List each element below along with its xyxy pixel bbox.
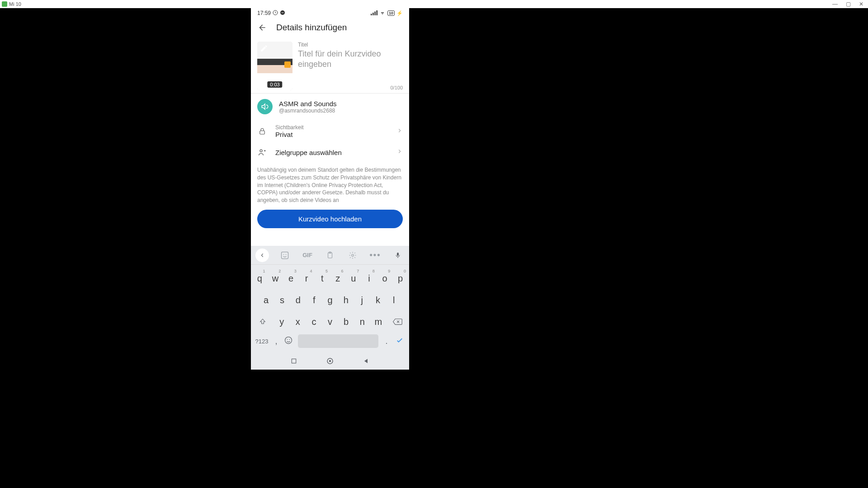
visibility-label: Sichtbarkeit — [275, 124, 388, 131]
signal-icon — [371, 10, 377, 17]
key-z[interactable]: z6 — [330, 268, 345, 288]
audience-icon — [257, 147, 267, 157]
key-f[interactable]: f — [307, 290, 321, 310]
video-thumbnail[interactable]: 0:03 — [257, 42, 292, 90]
key-a[interactable]: a — [259, 290, 274, 310]
kb-more-icon[interactable]: ••• — [368, 249, 382, 262]
android-nav-bar — [251, 352, 409, 370]
key-m[interactable]: m — [371, 312, 386, 332]
period-key[interactable]: . — [381, 337, 392, 346]
audience-label: Zielgruppe auswählen — [275, 149, 388, 156]
key-n[interactable]: n — [354, 312, 370, 332]
title-field-label: Titel — [298, 42, 403, 48]
keyboard: GIF ••• q1w2e3r4t5z6u7i8o9p0 asdfghjkl y… — [251, 246, 409, 352]
wifi-icon — [379, 10, 386, 17]
key-t[interactable]: t5 — [315, 268, 330, 288]
status-time: 17:59 — [257, 10, 271, 16]
kb-gif-button[interactable]: GIF — [301, 249, 314, 262]
key-o[interactable]: o9 — [377, 268, 392, 288]
enter-key[interactable] — [392, 336, 407, 346]
key-x[interactable]: x — [290, 312, 306, 332]
key-q[interactable]: q1 — [252, 268, 267, 288]
key-l[interactable]: l — [387, 290, 401, 310]
chevron-right-icon — [396, 148, 403, 156]
svg-point-10 — [283, 254, 284, 255]
close-button[interactable]: ✕ — [859, 1, 863, 7]
key-j[interactable]: j — [354, 290, 369, 310]
channel-handle: @asmrandsounds2688 — [279, 108, 337, 114]
svg-rect-19 — [292, 359, 296, 363]
status-dnd-icon — [280, 10, 285, 17]
kb-settings-icon[interactable] — [346, 249, 359, 262]
channel-name: ASMR and Sounds — [279, 100, 337, 108]
svg-point-11 — [286, 254, 287, 255]
kb-mic-icon[interactable] — [391, 249, 405, 262]
svg-rect-2 — [282, 12, 284, 13]
title-section: 0:03 Titel Titel für dein Kurzvideo eing… — [251, 37, 409, 94]
battery-icon: 10 — [387, 10, 395, 16]
key-u[interactable]: u7 — [346, 268, 361, 288]
window-titlebar: Mi 10 — ▢ ✕ — [0, 0, 868, 8]
thumbnail-tag-icon — [284, 61, 291, 68]
key-s[interactable]: s — [274, 290, 289, 310]
minimize-button[interactable]: — — [832, 1, 838, 7]
visibility-row[interactable]: Sichtbarkeit Privat — [251, 120, 409, 143]
status-sync-icon — [273, 10, 278, 17]
maximize-button[interactable]: ▢ — [846, 1, 851, 7]
key-p[interactable]: p0 — [393, 268, 408, 288]
svg-point-14 — [352, 254, 354, 256]
key-h[interactable]: h — [339, 290, 354, 310]
audience-row[interactable]: Zielgruppe auswählen — [251, 143, 409, 162]
nav-home-button[interactable] — [326, 357, 335, 366]
key-g[interactable]: g — [322, 290, 337, 310]
emoji-key[interactable] — [282, 336, 295, 347]
svg-rect-4 — [373, 13, 374, 15]
key-d[interactable]: d — [291, 290, 306, 310]
keyboard-row-1: q1w2e3r4t5z6u7i8o9p0 — [252, 267, 408, 289]
kb-back-icon[interactable] — [255, 249, 269, 262]
svg-point-18 — [289, 339, 290, 340]
channel-avatar — [257, 99, 273, 114]
svg-rect-7 — [260, 131, 265, 134]
title-input[interactable]: Titel für dein Kurzvideo eingeben — [298, 49, 403, 83]
key-y[interactable]: y — [274, 312, 289, 332]
key-w[interactable]: w2 — [268, 268, 283, 288]
keyboard-row-3: yxcvbnm — [252, 311, 408, 333]
edit-thumbnail-icon[interactable] — [260, 44, 268, 52]
key-b[interactable]: b — [339, 312, 354, 332]
svg-point-8 — [260, 150, 262, 152]
nav-back-button[interactable] — [362, 357, 371, 366]
upload-button[interactable]: Kurzvideo hochladen — [257, 210, 403, 228]
key-v[interactable]: v — [322, 312, 338, 332]
page-title: Details hinzufügen — [276, 23, 347, 33]
channel-row[interactable]: ASMR and Sounds @asmrandsounds2688 — [251, 94, 409, 120]
key-c[interactable]: c — [307, 312, 322, 332]
svg-rect-15 — [397, 253, 399, 256]
comma-key[interactable]: , — [271, 337, 282, 346]
status-bar: 17:59 10 ⚡ — [251, 8, 409, 18]
app-icon — [2, 1, 7, 7]
key-e[interactable]: e3 — [283, 268, 298, 288]
keyboard-toolbar: GIF ••• — [251, 246, 409, 265]
kb-clipboard-icon[interactable] — [323, 249, 337, 262]
nav-recent-button[interactable] — [289, 357, 298, 366]
back-button[interactable] — [257, 23, 267, 33]
shift-key[interactable] — [252, 312, 273, 332]
keyboard-bottom-row: ?123 , . — [251, 333, 409, 352]
key-r[interactable]: r4 — [299, 268, 314, 288]
page-header: Details hinzufügen — [251, 18, 409, 37]
symbols-key[interactable]: ?123 — [253, 338, 271, 345]
svg-point-21 — [329, 360, 331, 362]
key-i[interactable]: i8 — [362, 268, 377, 288]
spacebar-key[interactable] — [298, 334, 378, 348]
coppa-disclaimer: Unabhängig von deinem Standort gelten di… — [251, 162, 409, 206]
svg-rect-6 — [376, 10, 377, 15]
key-k[interactable]: k — [370, 290, 385, 310]
keyboard-row-2: asdfghjkl — [252, 289, 408, 311]
lock-icon — [257, 127, 267, 136]
chevron-right-icon — [396, 127, 403, 136]
kb-sticker-icon[interactable] — [278, 249, 292, 262]
title-char-count: 0/100 — [298, 85, 403, 90]
svg-rect-9 — [282, 252, 288, 258]
backspace-key[interactable] — [387, 312, 408, 332]
